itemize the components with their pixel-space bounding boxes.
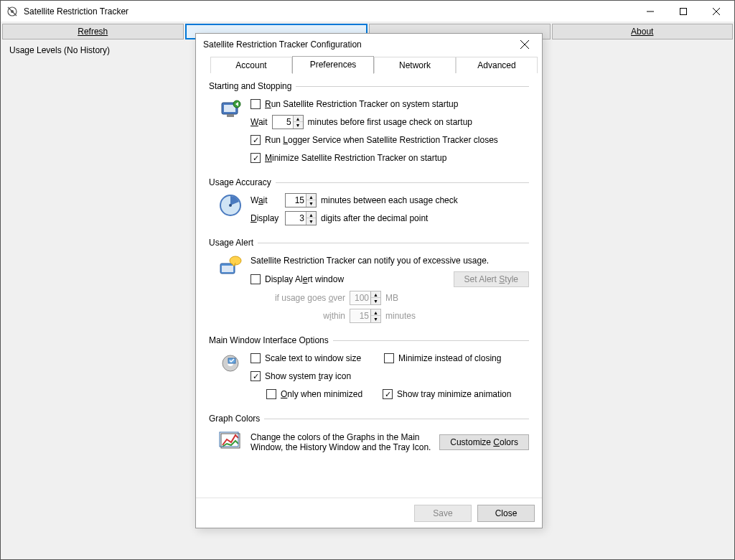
lbl-alert-desc: Satellite Restriction Tracker can notify…: [251, 256, 489, 266]
lbl-only-minimized: Only when minimized: [281, 389, 378, 399]
spin-wait-startup[interactable]: ▲▼: [272, 115, 304, 129]
lbl-minimize-startup: Minimize Satellite Restriction Tracker o…: [265, 153, 446, 163]
svg-rect-16: [222, 266, 233, 272]
close-button[interactable]: Close: [477, 505, 535, 522]
chk-run-on-startup[interactable]: [251, 99, 261, 109]
btn-customize-colors[interactable]: Customize Colors: [439, 434, 529, 450]
lbl-usage-over: if usage goes over: [266, 293, 345, 303]
dialog-close-button[interactable]: [510, 34, 539, 55]
spin-wait-accuracy[interactable]: ▲▼: [285, 193, 317, 207]
lbl-run-on-startup: RRun Satellite Restriction Tracker on sy…: [265, 99, 458, 109]
svg-line-5: [713, 8, 720, 15]
spin-usage-within: ▲▼: [350, 309, 381, 323]
chk-display-alert[interactable]: [251, 274, 261, 284]
gear-icon: [217, 351, 243, 377]
clock-icon: [217, 193, 243, 219]
chk-tray-animation[interactable]: [383, 389, 393, 399]
minimize-window-button[interactable]: [634, 1, 667, 22]
dialog-footer: Save Close: [196, 498, 542, 528]
group-interface: Main Window Interface Options Scale text…: [209, 335, 529, 405]
group-starting-legend: Starting and Stopping: [209, 81, 291, 91]
chk-min-instead-close[interactable]: [384, 353, 394, 363]
btn-set-alert-style[interactable]: Set Alert Style: [454, 271, 529, 287]
lbl-display-accuracy: Display: [251, 213, 281, 223]
refresh-button[interactable]: Refresh: [2, 24, 184, 39]
lbl-usage-within-unit: minutes: [385, 311, 416, 321]
spin-display-accuracy[interactable]: ▲▼: [285, 211, 317, 225]
tab-strip: Account Preferences Network Advanced: [196, 55, 542, 74]
lbl-tray-icon: Show system tray icon: [265, 371, 351, 381]
group-alert: Usage Alert Satellite Restriction Tracke…: [209, 238, 529, 327]
svg-rect-4: [680, 8, 687, 14]
group-colors: Graph Colors Change the colors of the Gr…: [209, 414, 529, 455]
dialog-body: Starting and Stopping RRun Satellite Res…: [196, 74, 542, 498]
tab-advanced[interactable]: Advanced: [456, 57, 538, 73]
lbl-tray-animation: Show tray minimize animation: [397, 389, 511, 399]
tab-network[interactable]: Network: [374, 57, 456, 73]
svg-point-14: [229, 204, 232, 207]
tab-preferences[interactable]: Preferences: [292, 56, 374, 74]
lbl-wait-accuracy-suffix: minutes between each usage check: [321, 195, 458, 205]
save-button[interactable]: Save: [414, 505, 472, 522]
group-starting: Starting and Stopping RRun Satellite Res…: [209, 81, 529, 169]
config-dialog: Satellite Restriction Tracker Configurat…: [195, 33, 543, 528]
chk-only-minimized[interactable]: [266, 389, 276, 399]
titlebar: Satellite Restriction Tracker: [1, 1, 734, 22]
svg-line-6: [713, 8, 720, 15]
about-button[interactable]: About: [552, 24, 734, 39]
lbl-colors-desc: Change the colors of the Graphs in the M…: [251, 432, 432, 452]
lbl-display-alert: Display Alert window: [265, 274, 449, 284]
chk-minimize-startup[interactable]: [251, 153, 261, 163]
svg-rect-11: [227, 114, 234, 117]
dialog-title: Satellite Restriction Tracker Configurat…: [203, 39, 510, 50]
lbl-usage-over-unit: MB: [385, 293, 398, 303]
chk-scale-text[interactable]: [251, 353, 261, 363]
graph-colors-icon: [217, 429, 243, 455]
app-icon: [6, 6, 18, 17]
startup-icon: [217, 97, 243, 123]
lbl-run-logger: Run Logger Service when Satellite Restri…: [265, 135, 498, 145]
lbl-scale-text: Scale text to window size: [265, 353, 380, 363]
chk-run-logger[interactable]: [251, 135, 261, 145]
group-accuracy: Usage Accuracy Wait ▲▼ minutes between e…: [209, 177, 529, 229]
spin-usage-over: ▲▼: [350, 291, 381, 305]
lbl-display-accuracy-suffix: digits after the decimal point: [321, 213, 428, 223]
window-title: Satellite Restriction Tracker: [24, 6, 634, 17]
lbl-min-instead-close: Minimize instead of closing: [398, 353, 501, 363]
lbl-wait-accuracy: Wait: [251, 195, 281, 205]
chk-tray-icon[interactable]: [251, 371, 261, 381]
lbl-usage-within: within: [266, 311, 345, 321]
group-interface-legend: Main Window Interface Options: [209, 335, 329, 345]
alert-icon: [217, 253, 243, 279]
lbl-wait-startup-suffix: minutes before first usage check on star…: [308, 117, 472, 127]
group-colors-legend: Graph Colors: [209, 414, 260, 424]
close-window-button[interactable]: [700, 1, 733, 22]
maximize-window-button[interactable]: [667, 1, 700, 22]
lbl-wait-startup: Wait: [251, 117, 268, 127]
group-alert-legend: Usage Alert: [209, 238, 253, 248]
dialog-titlebar: Satellite Restriction Tracker Configurat…: [196, 34, 542, 55]
group-accuracy-legend: Usage Accuracy: [209, 177, 271, 187]
tab-account[interactable]: Account: [210, 57, 292, 73]
